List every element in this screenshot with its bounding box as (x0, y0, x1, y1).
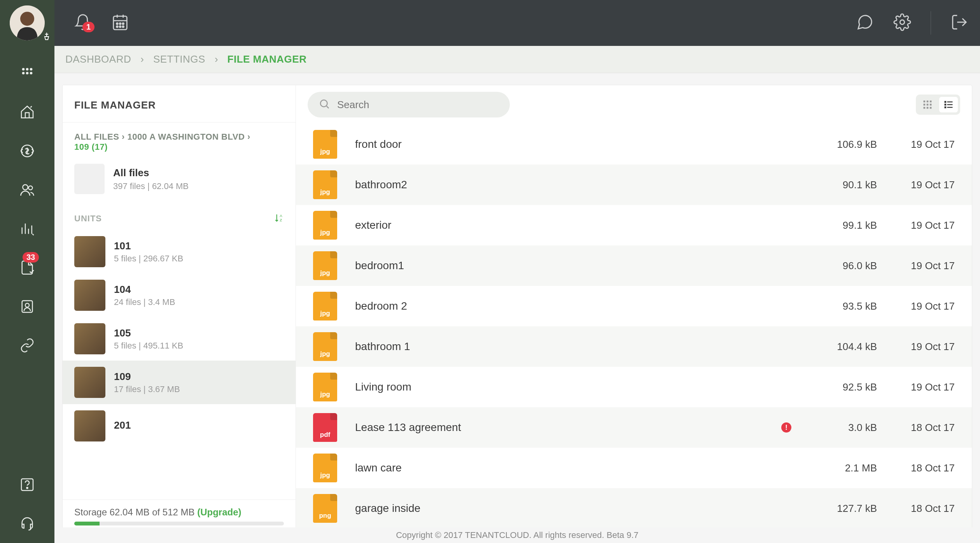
rail-link-icon[interactable] (0, 326, 54, 365)
chevron-right-icon: › (215, 53, 218, 65)
file-row[interactable]: jpgbathroom 1104.4 kB19 Oct 17 (296, 326, 972, 367)
file-date: 19 Oct 17 (877, 341, 955, 353)
pin-icon[interactable] (42, 32, 51, 43)
storage-footer: Storage 62.04 MB of 512 MB (Upgrade) (63, 499, 296, 531)
avatar[interactable] (10, 5, 45, 40)
allfiles-item[interactable]: All files 397 files | 62.04 MB (63, 156, 296, 202)
file-row[interactable]: jpgbathroom290.1 kB19 Oct 17 (296, 165, 972, 205)
path-mid[interactable]: 1000 A WASHINGTON BLVD (127, 132, 245, 142)
unit-meta: 24 files | 3.4 MB (114, 297, 175, 307)
divider (931, 11, 931, 35)
svg-rect-41 (924, 107, 926, 109)
rail-support-icon[interactable] (0, 504, 54, 543)
unit-list: 1015 files | 296.67 KB10424 files | 3.4 … (63, 230, 296, 531)
path-root[interactable]: ALL FILES (74, 132, 119, 142)
file-type-icon: png (313, 494, 337, 523)
file-row[interactable]: jpgfront door106.9 kB19 Oct 17 (296, 124, 972, 165)
file-date: 19 Oct 17 (877, 138, 955, 151)
rail-home-icon[interactable] (0, 93, 54, 131)
rail-help-icon[interactable] (0, 465, 54, 504)
rail-dashboard-icon[interactable] (0, 54, 54, 93)
svg-point-28 (25, 303, 29, 307)
file-row[interactable]: jpgLiving room92.5 kB19 Oct 17 (296, 367, 972, 407)
file-row[interactable]: jpgbedroom 293.5 kB19 Oct 17 (296, 286, 972, 326)
file-size: 104.4 kB (803, 341, 877, 353)
unit-thumb (74, 236, 105, 267)
notifications-icon[interactable]: 1 (74, 13, 92, 33)
file-date: 18 Oct 17 (877, 503, 955, 515)
crumb-settings[interactable]: SETTINGS (153, 53, 205, 65)
search-input[interactable] (337, 99, 499, 111)
upgrade-link[interactable]: (Upgrade) (197, 507, 241, 517)
file-date: 19 Oct 17 (877, 219, 955, 231)
unit-thumb (74, 280, 105, 311)
unit-item[interactable]: 10424 files | 3.4 MB (63, 273, 296, 317)
crumb-dashboard[interactable]: DASHBOARD (65, 53, 131, 65)
rail-contacts-icon[interactable] (0, 287, 54, 326)
svg-point-11 (122, 26, 124, 28)
svg-point-16 (30, 68, 33, 71)
unit-item[interactable]: 10917 files | 3.67 MB (63, 361, 296, 404)
svg-point-6 (116, 23, 118, 25)
file-list: jpgfront door106.9 kB19 Oct 17jpgbathroo… (296, 124, 972, 531)
settings-icon[interactable] (893, 13, 911, 33)
svg-rect-43 (930, 107, 932, 109)
rail-documents-icon[interactable]: 33 (0, 248, 54, 287)
unit-name: 201 (114, 419, 131, 431)
sidepanel-title: FILE MANAGER (74, 99, 284, 111)
file-size: 90.1 kB (803, 179, 877, 191)
file-type-icon: jpg (313, 170, 337, 199)
sort-az-icon[interactable]: AZ (274, 213, 284, 224)
svg-rect-47 (947, 104, 953, 105)
calendar-icon[interactable] (111, 13, 129, 33)
svg-point-22 (28, 186, 32, 190)
avatar-container[interactable] (0, 0, 54, 46)
file-row[interactable]: jpgbedroom196.0 kB19 Oct 17 (296, 245, 972, 286)
rail-reports-icon[interactable] (0, 209, 54, 248)
logout-icon[interactable] (950, 13, 968, 33)
left-rail: 33 (0, 46, 54, 543)
svg-point-10 (119, 26, 121, 28)
svg-point-9 (116, 26, 118, 28)
svg-point-1 (20, 12, 34, 26)
unit-thumb (74, 323, 105, 354)
unit-meta: 5 files | 495.11 KB (114, 341, 183, 351)
file-row[interactable]: jpgexterior99.1 kB19 Oct 17 (296, 205, 972, 245)
footer-text: Copyright © 2017 TENANTCLOUD. All rights… (396, 530, 639, 540)
file-row[interactable]: pdfLease 113 agreement!3.0 kB18 Oct 17 (296, 407, 972, 448)
file-row[interactable]: jpglawn care2.1 MB18 Oct 17 (296, 448, 972, 488)
unit-item[interactable]: 1015 files | 296.67 KB (63, 230, 296, 273)
file-row[interactable]: pnggarage inside127.7 kB18 Oct 17 (296, 488, 972, 529)
sidepanel-path: ALL FILES › 1000 A WASHINGTON BLVD › 109… (63, 123, 296, 156)
file-warning-icon: ! (781, 422, 791, 433)
file-name: lawn care (355, 462, 803, 474)
unit-item[interactable]: 201 (63, 404, 296, 448)
svg-point-12 (900, 20, 905, 25)
rail-transactions-icon[interactable] (0, 131, 54, 170)
svg-point-8 (122, 23, 124, 25)
allfiles-meta: 397 files | 62.04 MB (113, 181, 189, 191)
file-date: 19 Oct 17 (877, 260, 955, 272)
svg-point-21 (23, 185, 28, 190)
chat-icon[interactable] (856, 13, 874, 33)
svg-rect-39 (927, 104, 929, 106)
allfiles-label: All files (113, 167, 189, 179)
notification-badge: 1 (82, 22, 94, 32)
file-name: Lease 113 agreement (355, 421, 781, 434)
unit-thumb (74, 410, 105, 441)
search-box[interactable] (308, 92, 510, 117)
view-list-button[interactable] (939, 97, 958, 112)
rail-people-icon[interactable] (0, 170, 54, 209)
file-area: jpgfront door106.9 kB19 Oct 17jpgbathroo… (296, 85, 972, 531)
view-grid-button[interactable] (918, 97, 937, 112)
units-label: UNITS (74, 214, 102, 224)
view-toggle (916, 95, 960, 115)
svg-point-19 (30, 72, 33, 75)
sidepanel-header: FILE MANAGER (63, 85, 296, 123)
file-name: bedroom 2 (355, 300, 803, 312)
unit-name: 101 (114, 240, 183, 252)
file-type-icon: pdf (313, 413, 337, 442)
svg-text:Z: Z (280, 218, 282, 222)
unit-item[interactable]: 1055 files | 495.11 KB (63, 317, 296, 361)
top-left-icons: 1 (74, 13, 129, 33)
